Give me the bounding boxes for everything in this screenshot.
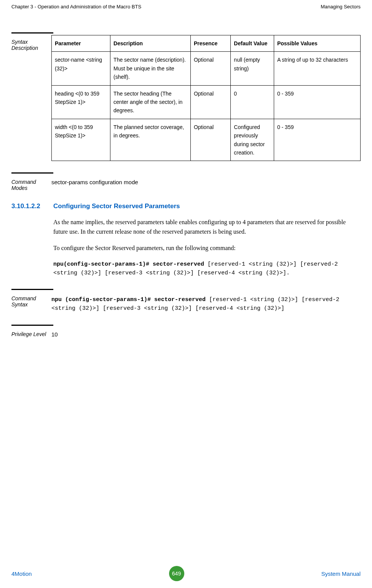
footer-right: System Manual — [321, 570, 361, 577]
command-modes-block: Command Modes sector-params configuratio… — [11, 172, 361, 191]
footer-left: 4Motion — [11, 570, 32, 577]
cell-default: Configured previously during sector crea… — [231, 119, 274, 161]
command-syntax-bold: npu (config-sector-params-1)# sector-res… — [51, 296, 206, 303]
command-example: npu(config-sector-params-1)# sector-rese… — [53, 260, 361, 278]
header-left: Chapter 3 - Operation and Administration… — [11, 4, 141, 10]
command-syntax-label: Command Syntax — [11, 292, 51, 313]
cell-description: The sector name (description). Must be u… — [110, 52, 191, 85]
cell-parameter: sector-name <string (32)> — [52, 52, 110, 85]
cell-description: The planned sector coverage, in degrees. — [110, 119, 191, 161]
page-footer: 4Motion 649 System Manual — [11, 566, 361, 581]
table-header-row: Parameter Description Presence Default V… — [52, 35, 361, 52]
command-syntax-text: npu (config-sector-params-1)# sector-res… — [51, 292, 361, 313]
section-rule — [11, 325, 53, 326]
command-bold: npu(config-sector-params-1)# sector-rese… — [53, 261, 204, 268]
page-header: Chapter 3 - Operation and Administration… — [11, 4, 361, 10]
col-possible: Possible Values — [274, 35, 360, 52]
privilege-level-block: Privilege Level 10 — [11, 325, 361, 338]
col-presence: Presence — [190, 35, 230, 52]
table-row: sector-name <string (32)> The sector nam… — [52, 52, 361, 85]
parameter-table: Parameter Description Presence Default V… — [51, 35, 361, 161]
command-modes-label: Command Modes — [11, 175, 51, 191]
cell-parameter: heading <(0 to 359 StepSize 1)> — [52, 85, 110, 119]
syntax-description-label: Syntax Description — [11, 35, 51, 161]
privilege-level-text: 10 — [51, 327, 361, 338]
section-rule — [11, 289, 53, 290]
body-paragraph: As the name implies, the reserved parame… — [53, 218, 361, 237]
section-rule — [11, 32, 53, 33]
cell-presence: Optional — [190, 85, 230, 119]
cell-presence: Optional — [190, 52, 230, 85]
cell-possible: A string of up to 32 characters — [274, 52, 360, 85]
command-syntax-block: Command Syntax npu (config-sector-params… — [11, 289, 361, 313]
syntax-description-block: Syntax Description Parameter Description… — [11, 32, 361, 161]
section-number: 3.10.1.2.2 — [11, 202, 53, 210]
cell-default: 0 — [231, 85, 274, 119]
cell-parameter: width <(0 to 359 StepSize 1)> — [52, 119, 110, 161]
col-default: Default Value — [231, 35, 274, 52]
section-title: Configuring Sector Reserved Parameters — [53, 202, 180, 210]
col-parameter: Parameter — [52, 35, 110, 52]
section-rule — [11, 172, 53, 174]
cell-default: null (empty string) — [231, 52, 274, 85]
header-right: Managing Sectors — [321, 4, 361, 10]
cell-possible: 0 - 359 — [274, 85, 360, 119]
table-row: width <(0 to 359 StepSize 1)> The planne… — [52, 119, 361, 161]
table-row: heading <(0 to 359 StepSize 1)> The sect… — [52, 85, 361, 119]
cell-description: The sector heading (The center angle of … — [110, 85, 191, 119]
section-heading: 3.10.1.2.2 Configuring Sector Reserved P… — [11, 202, 361, 210]
col-description: Description — [110, 35, 191, 52]
page-number-badge: 649 — [169, 566, 184, 581]
privilege-level-label: Privilege Level — [11, 327, 51, 338]
body-paragraph: To configure the Sector Reserved paramet… — [53, 244, 361, 253]
command-modes-text: sector-params configuration mode — [51, 175, 361, 191]
cell-presence: Optional — [190, 119, 230, 161]
cell-possible: 0 - 359 — [274, 119, 360, 161]
